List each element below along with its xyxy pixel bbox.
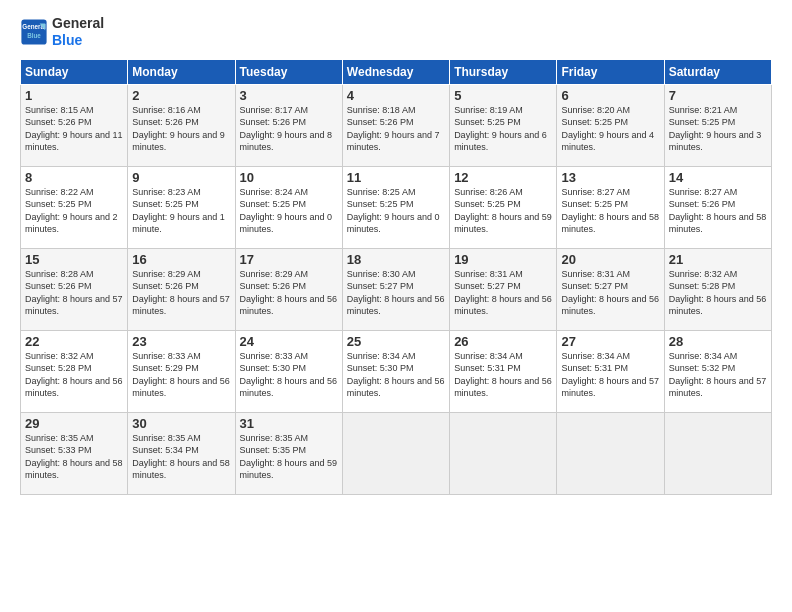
calendar-cell: 16 Sunrise: 8:29 AM Sunset: 5:26 PM Dayl… <box>128 248 235 330</box>
sunset-label: Sunset: 5:26 PM <box>132 117 199 127</box>
day-number: 7 <box>669 88 767 103</box>
sunrise-label: Sunrise: 8:34 AM <box>347 351 416 361</box>
sunrise-label: Sunrise: 8:30 AM <box>347 269 416 279</box>
daylight-label: Daylight: 9 hours and 1 minute. <box>132 212 225 235</box>
sunset-label: Sunset: 5:30 PM <box>347 363 414 373</box>
sunset-label: Sunset: 5:25 PM <box>240 199 307 209</box>
sunset-label: Sunset: 5:26 PM <box>132 281 199 291</box>
day-number: 23 <box>132 334 230 349</box>
sunset-label: Sunset: 5:26 PM <box>669 199 736 209</box>
sunset-label: Sunset: 5:31 PM <box>561 363 628 373</box>
day-info: Sunrise: 8:29 AM Sunset: 5:26 PM Dayligh… <box>132 268 230 318</box>
day-info: Sunrise: 8:25 AM Sunset: 5:25 PM Dayligh… <box>347 186 445 236</box>
day-info: Sunrise: 8:26 AM Sunset: 5:25 PM Dayligh… <box>454 186 552 236</box>
calendar-cell: 7 Sunrise: 8:21 AM Sunset: 5:25 PM Dayli… <box>664 84 771 166</box>
calendar-cell <box>342 412 449 494</box>
sunset-label: Sunset: 5:26 PM <box>240 281 307 291</box>
daylight-label: Daylight: 8 hours and 56 minutes. <box>669 294 767 317</box>
day-number: 20 <box>561 252 659 267</box>
day-number: 9 <box>132 170 230 185</box>
sunrise-label: Sunrise: 8:32 AM <box>25 351 94 361</box>
daylight-label: Daylight: 8 hours and 58 minutes. <box>669 212 767 235</box>
logo: General Blue General Blue <box>20 15 104 49</box>
sunset-label: Sunset: 5:27 PM <box>454 281 521 291</box>
daylight-label: Daylight: 8 hours and 56 minutes. <box>561 294 659 317</box>
day-info: Sunrise: 8:29 AM Sunset: 5:26 PM Dayligh… <box>240 268 338 318</box>
header: General Blue General Blue <box>20 15 772 49</box>
day-number: 28 <box>669 334 767 349</box>
header-cell-saturday: Saturday <box>664 59 771 84</box>
calendar-cell: 13 Sunrise: 8:27 AM Sunset: 5:25 PM Dayl… <box>557 166 664 248</box>
day-number: 11 <box>347 170 445 185</box>
daylight-label: Daylight: 8 hours and 58 minutes. <box>561 212 659 235</box>
calendar-cell: 26 Sunrise: 8:34 AM Sunset: 5:31 PM Dayl… <box>450 330 557 412</box>
sunset-label: Sunset: 5:30 PM <box>240 363 307 373</box>
calendar-cell: 15 Sunrise: 8:28 AM Sunset: 5:26 PM Dayl… <box>21 248 128 330</box>
sunrise-label: Sunrise: 8:29 AM <box>240 269 309 279</box>
calendar-cell: 28 Sunrise: 8:34 AM Sunset: 5:32 PM Dayl… <box>664 330 771 412</box>
sunrise-label: Sunrise: 8:33 AM <box>132 351 201 361</box>
sunset-label: Sunset: 5:26 PM <box>25 281 92 291</box>
calendar-table: SundayMondayTuesdayWednesdayThursdayFrid… <box>20 59 772 495</box>
day-info: Sunrise: 8:35 AM Sunset: 5:35 PM Dayligh… <box>240 432 338 482</box>
sunrise-label: Sunrise: 8:27 AM <box>669 187 738 197</box>
calendar-cell: 8 Sunrise: 8:22 AM Sunset: 5:25 PM Dayli… <box>21 166 128 248</box>
daylight-label: Daylight: 8 hours and 59 minutes. <box>240 458 338 481</box>
header-row: SundayMondayTuesdayWednesdayThursdayFrid… <box>21 59 772 84</box>
day-number: 8 <box>25 170 123 185</box>
day-number: 27 <box>561 334 659 349</box>
day-info: Sunrise: 8:31 AM Sunset: 5:27 PM Dayligh… <box>454 268 552 318</box>
sunset-label: Sunset: 5:25 PM <box>669 117 736 127</box>
sunset-label: Sunset: 5:31 PM <box>454 363 521 373</box>
day-info: Sunrise: 8:19 AM Sunset: 5:25 PM Dayligh… <box>454 104 552 154</box>
calendar-cell <box>450 412 557 494</box>
day-number: 16 <box>132 252 230 267</box>
calendar-cell: 3 Sunrise: 8:17 AM Sunset: 5:26 PM Dayli… <box>235 84 342 166</box>
sunrise-label: Sunrise: 8:35 AM <box>240 433 309 443</box>
daylight-label: Daylight: 9 hours and 4 minutes. <box>561 130 654 153</box>
day-info: Sunrise: 8:34 AM Sunset: 5:30 PM Dayligh… <box>347 350 445 400</box>
sunset-label: Sunset: 5:33 PM <box>25 445 92 455</box>
daylight-label: Daylight: 8 hours and 56 minutes. <box>454 376 552 399</box>
day-number: 24 <box>240 334 338 349</box>
sunrise-label: Sunrise: 8:23 AM <box>132 187 201 197</box>
day-info: Sunrise: 8:28 AM Sunset: 5:26 PM Dayligh… <box>25 268 123 318</box>
sunrise-label: Sunrise: 8:34 AM <box>669 351 738 361</box>
daylight-label: Daylight: 8 hours and 56 minutes. <box>240 294 338 317</box>
day-info: Sunrise: 8:18 AM Sunset: 5:26 PM Dayligh… <box>347 104 445 154</box>
sunset-label: Sunset: 5:26 PM <box>240 117 307 127</box>
calendar-row: 22 Sunrise: 8:32 AM Sunset: 5:28 PM Dayl… <box>21 330 772 412</box>
sunrise-label: Sunrise: 8:24 AM <box>240 187 309 197</box>
sunrise-label: Sunrise: 8:31 AM <box>561 269 630 279</box>
day-number: 29 <box>25 416 123 431</box>
day-number: 5 <box>454 88 552 103</box>
sunrise-label: Sunrise: 8:18 AM <box>347 105 416 115</box>
sunrise-label: Sunrise: 8:33 AM <box>240 351 309 361</box>
calendar-row: 15 Sunrise: 8:28 AM Sunset: 5:26 PM Dayl… <box>21 248 772 330</box>
day-number: 21 <box>669 252 767 267</box>
day-info: Sunrise: 8:17 AM Sunset: 5:26 PM Dayligh… <box>240 104 338 154</box>
sunset-label: Sunset: 5:28 PM <box>669 281 736 291</box>
sunrise-label: Sunrise: 8:17 AM <box>240 105 309 115</box>
sunrise-label: Sunrise: 8:26 AM <box>454 187 523 197</box>
calendar-cell: 20 Sunrise: 8:31 AM Sunset: 5:27 PM Dayl… <box>557 248 664 330</box>
sunset-label: Sunset: 5:25 PM <box>454 117 521 127</box>
calendar-cell: 31 Sunrise: 8:35 AM Sunset: 5:35 PM Dayl… <box>235 412 342 494</box>
sunset-label: Sunset: 5:32 PM <box>669 363 736 373</box>
daylight-label: Daylight: 8 hours and 57 minutes. <box>132 294 230 317</box>
calendar-cell: 24 Sunrise: 8:33 AM Sunset: 5:30 PM Dayl… <box>235 330 342 412</box>
day-info: Sunrise: 8:30 AM Sunset: 5:27 PM Dayligh… <box>347 268 445 318</box>
daylight-label: Daylight: 8 hours and 56 minutes. <box>132 376 230 399</box>
day-info: Sunrise: 8:15 AM Sunset: 5:26 PM Dayligh… <box>25 104 123 154</box>
calendar-cell: 2 Sunrise: 8:16 AM Sunset: 5:26 PM Dayli… <box>128 84 235 166</box>
sunset-label: Sunset: 5:25 PM <box>561 199 628 209</box>
sunrise-label: Sunrise: 8:32 AM <box>669 269 738 279</box>
day-number: 30 <box>132 416 230 431</box>
day-info: Sunrise: 8:33 AM Sunset: 5:30 PM Dayligh… <box>240 350 338 400</box>
daylight-label: Daylight: 9 hours and 9 minutes. <box>132 130 225 153</box>
day-info: Sunrise: 8:34 AM Sunset: 5:31 PM Dayligh… <box>454 350 552 400</box>
sunset-label: Sunset: 5:26 PM <box>25 117 92 127</box>
sunrise-label: Sunrise: 8:20 AM <box>561 105 630 115</box>
calendar-cell: 12 Sunrise: 8:26 AM Sunset: 5:25 PM Dayl… <box>450 166 557 248</box>
page: General Blue General Blue SundayMondayTu… <box>0 0 792 612</box>
